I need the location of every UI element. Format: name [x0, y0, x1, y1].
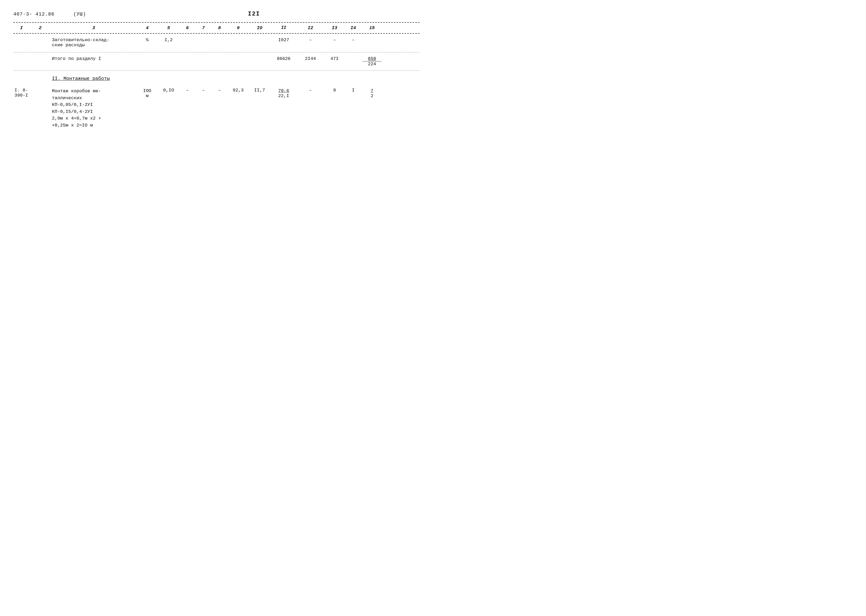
- page-header: 407-3- 412.86 (УШ) I2I: [13, 11, 420, 17]
- sec2-c9: [227, 75, 249, 77]
- row1-c7: [195, 37, 211, 38]
- sec2-c12: [297, 75, 324, 77]
- doc-number-text: 407-3- 412.86: [13, 11, 54, 17]
- row2-c1: [13, 56, 30, 57]
- sec2-c7: [195, 75, 211, 77]
- row3-c5: 0,IO: [158, 87, 179, 93]
- row2-c10: [249, 56, 270, 57]
- sec2-c2: [30, 75, 51, 77]
- sec2-c6: [179, 75, 195, 77]
- row2-c13: 47I: [324, 56, 345, 62]
- row2-c11: 86626: [270, 56, 297, 62]
- row1-c13: –: [324, 37, 345, 43]
- row2-c6: [179, 56, 195, 57]
- column-headers: I 2 3 4 5 6 7 8 9 IO II I2 I3 I4 15: [13, 22, 420, 34]
- row3-c9: 92,3: [227, 87, 249, 93]
- sec2-c5: [158, 75, 179, 77]
- col-header-4: 4: [137, 25, 158, 31]
- row1-c8: [211, 37, 227, 38]
- row3-c1: I. 8-398-I: [13, 87, 30, 99]
- row2-c4: [137, 56, 158, 57]
- row1-c11: I027: [270, 37, 297, 43]
- row2-c8: [211, 56, 227, 57]
- row3-c13: 9: [324, 87, 345, 93]
- row3-c7: –: [195, 87, 211, 93]
- row3-c11-top: 70,6: [271, 88, 296, 93]
- row3-c15-bottom: 2: [371, 93, 373, 99]
- row3-c3: Монтаж коробов ме- таллических КП-0,05/0…: [51, 87, 137, 129]
- col-header-13: I3: [324, 25, 345, 31]
- col-header-8: 8: [211, 25, 227, 31]
- row1-c1: [13, 37, 30, 38]
- doc-number: 407-3- 412.86 (УШ): [13, 11, 88, 17]
- sec2-c10: [249, 75, 270, 77]
- col-header-15: 15: [361, 25, 383, 31]
- col-header-3: 3: [51, 25, 137, 31]
- row1-c9: [227, 37, 249, 38]
- table-row-2: Итого по разделу I 86626 2I44 47I 858 22…: [13, 52, 420, 71]
- row2-c14: [345, 56, 361, 57]
- row3-c10: II,7: [249, 87, 270, 93]
- doc-title: I2I: [88, 11, 420, 17]
- row3-c11: 70,6 22,I: [270, 87, 297, 99]
- row1-c12: –: [297, 37, 324, 43]
- table-row-3: I. 8-398-I Монтаж коробов ме- таллически…: [13, 84, 420, 132]
- row2-c15: 858 224: [361, 56, 383, 67]
- row2-c7: [195, 56, 211, 57]
- row3-c4-top: IOO: [137, 88, 157, 93]
- row3-c14: I: [345, 87, 361, 93]
- col-header-9: 9: [227, 25, 249, 31]
- sec2-c13: [324, 75, 345, 77]
- col-header-14: I4: [345, 25, 361, 31]
- col-header-5: 5: [158, 25, 179, 31]
- row3-c6: –: [179, 87, 195, 93]
- section-2-title: II. Монтажные работы: [52, 76, 110, 81]
- table-row-1: Заготовительно-склад- ские расходы % I,2…: [13, 34, 420, 52]
- col-header-11: II: [270, 25, 297, 31]
- row1-c4: %: [137, 37, 158, 43]
- col-header-7: 7: [195, 25, 211, 31]
- sec2-c1: [13, 75, 30, 77]
- row1-c3: Заготовительно-склад- ские расходы: [51, 37, 137, 48]
- row2-c2: [30, 56, 51, 57]
- row2-c12: 2I44: [297, 56, 324, 62]
- section-header-2: II. Монтажные работы: [13, 71, 420, 84]
- row1-c5: I,2: [158, 37, 179, 43]
- row3-c12: –: [297, 87, 324, 93]
- sec2-c11: [270, 75, 297, 77]
- row2-c15-bottom: 224: [368, 61, 376, 67]
- sec2-label: II. Монтажные работы: [51, 75, 137, 82]
- col-header-1: I: [13, 25, 30, 31]
- sec2-c4: [137, 75, 158, 77]
- main-table: I 2 3 4 5 6 7 8 9 IO II I2 I3 I4 15 Заго…: [13, 22, 420, 132]
- row2-c3: Итого по разделу I: [51, 56, 137, 62]
- col-header-12: I2: [297, 25, 324, 31]
- sec2-c15: [361, 75, 383, 77]
- row3-c15: 7 2: [361, 87, 383, 99]
- row3-c4-bottom: м: [146, 93, 148, 99]
- row1-c14: –: [345, 37, 361, 43]
- col-header-10: IO: [249, 25, 270, 31]
- row3-c11-bottom: 22,I: [278, 93, 289, 99]
- row1-c10: [249, 37, 270, 38]
- sec2-c8: [211, 75, 227, 77]
- col-header-2: 2: [30, 25, 51, 31]
- doc-subtype: (УШ): [73, 11, 86, 17]
- sec2-c14: [345, 75, 361, 77]
- col-header-6: 6: [179, 25, 195, 31]
- row1-c15: [361, 37, 383, 38]
- row3-c2: [30, 87, 51, 88]
- row3-c4: IOO м: [137, 87, 158, 99]
- row3-c8: –: [211, 87, 227, 93]
- row1-c2: [30, 37, 51, 38]
- row2-c9: [227, 56, 249, 57]
- row1-c6: [179, 37, 195, 38]
- row3-c15-top: 7: [362, 88, 382, 93]
- row2-c15-top: 858: [362, 56, 382, 61]
- row2-c5: [158, 56, 179, 57]
